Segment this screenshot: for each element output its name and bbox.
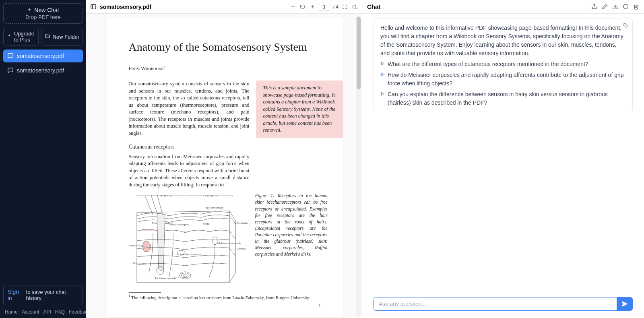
pdf-toolbar: somatosensory.pdf / 4 [86, 0, 362, 14]
suggestion-0[interactable]: What are the different types of cutaneou… [380, 60, 626, 68]
search-button[interactable] [351, 4, 358, 10]
fig-label-papillary: Papillary Ridges [204, 206, 223, 209]
fig-label-hairy: Hairy skin [160, 194, 172, 197]
fig-label-epidermis: Epidermis [237, 221, 248, 225]
svg-point-20 [213, 237, 217, 245]
svg-marker-38 [382, 62, 384, 65]
document-title: somatosensory.pdf [100, 4, 151, 10]
subtitle-text: From Wikibooks [129, 65, 163, 71]
footer-account[interactable]: Account [22, 309, 39, 315]
page-number-input[interactable] [319, 3, 330, 11]
sparkle-icon [7, 34, 12, 40]
pencil-icon[interactable] [601, 4, 608, 10]
folder-plus-icon [45, 33, 50, 40]
new-chat-button[interactable]: New Chat Drop PDF here [3, 3, 83, 24]
svg-line-26 [229, 231, 235, 239]
scrollbar-thumb[interactable] [357, 17, 361, 89]
zoom-out-button[interactable] [290, 4, 296, 10]
copy-icon[interactable] [623, 22, 628, 28]
vertical-scrollbar[interactable] [356, 15, 361, 316]
footer-links: Home Account API FAQ Feedback [3, 308, 83, 315]
printed-page-number: 1 [319, 303, 321, 309]
pdf-page: Anatomy of the Somatosensory System From… [105, 18, 343, 318]
share-icon[interactable] [591, 4, 597, 10]
fig-label-ruffini: Ruffini's corpuscle [180, 253, 201, 256]
chat-bubble-icon [7, 53, 14, 59]
new-folder-button[interactable]: New Folder [41, 28, 83, 45]
footnote: 1 The following description is based on … [129, 294, 328, 300]
upgrade-label: Upgrade to Plus [14, 31, 35, 43]
svg-line-30 [233, 249, 237, 250]
svg-point-7 [353, 5, 356, 8]
trash-icon[interactable] [633, 4, 639, 10]
pdf-viewport[interactable]: Anatomy of the Somatosensory System From… [86, 14, 362, 318]
figure-caption: Figure 1: Receptors in the human skin: M… [255, 192, 328, 287]
sidebar: New Chat Drop PDF here Upgrade to Plus N… [0, 0, 86, 318]
svg-point-23 [183, 274, 187, 277]
subtitle-sup: 1 [163, 65, 165, 69]
fit-page-button[interactable] [342, 4, 348, 10]
subtitle: From Wikibooks1 [129, 65, 328, 72]
pdf-viewer-panel: somatosensory.pdf / 4 Anatomy of the Som… [86, 0, 362, 318]
sidebar-item-chat-0[interactable]: somatosensory.pdf [3, 50, 83, 62]
play-icon [380, 72, 385, 77]
suggestion-label: How do Meissner corpuscles and rapidly a… [388, 71, 626, 88]
play-icon [380, 61, 385, 66]
fig-label-dermis: Dermis [237, 247, 246, 250]
assistant-message: Hello and welcome to this informative PD… [374, 19, 633, 112]
chat-header: Chat [362, 0, 644, 14]
welcome-text: Hello and welcome to this informative PD… [380, 24, 626, 58]
play-icon [380, 91, 385, 96]
chat-title: Chat [367, 3, 380, 10]
signin-tail: to save your chat history [26, 289, 78, 301]
svg-line-16 [145, 196, 153, 215]
svg-marker-41 [622, 301, 627, 306]
download-icon[interactable] [612, 4, 618, 10]
panel-left-icon[interactable] [90, 4, 97, 10]
page-title: Anatomy of the Somatosensory System [129, 41, 328, 54]
sidebar-item-label: somatosensory.pdf [17, 67, 64, 74]
svg-line-8 [355, 8, 357, 9]
chat-input-row [362, 293, 644, 318]
skin-figure: Hairy skin Glabrous skin Papillary Ridge… [129, 192, 250, 287]
svg-line-29 [233, 223, 237, 224]
chat-bubble-icon [7, 67, 14, 74]
send-button[interactable] [617, 297, 633, 311]
chat-input[interactable] [374, 297, 617, 311]
footer-api[interactable]: API [43, 309, 51, 315]
svg-marker-39 [382, 73, 384, 76]
page-total: / 4 [333, 4, 339, 10]
signin-box: Sign in to save your chat history [3, 285, 83, 305]
suggestion-1[interactable]: How do Meissner corpuscles and rapidly a… [380, 71, 626, 88]
fig-label-septa: Septa [203, 222, 209, 225]
svg-line-17 [151, 195, 158, 215]
fig-label-merkel: Merkel's receptor [169, 223, 189, 226]
sidebar-item-label: somatosensory.pdf [17, 53, 64, 59]
fig-label-glabrous: Glabrous skin [203, 194, 219, 197]
body-paragraph-1: Our somatosensory system consists of sen… [129, 81, 250, 138]
new-chat-label: New Chat [34, 7, 59, 13]
suggestion-label: What are the different types of cutaneou… [388, 60, 588, 68]
footer-home[interactable]: Home [5, 309, 18, 315]
new-folder-label: New Folder [53, 34, 79, 40]
skin-diagram-svg: Hairy skin Glabrous skin Papillary Ridge… [129, 192, 250, 285]
signin-link[interactable]: Sign in [8, 289, 24, 301]
svg-line-25 [229, 216, 235, 224]
sample-note: This is a sample document to showcase pa… [256, 81, 343, 138]
sidebar-item-chat-1[interactable]: somatosensory.pdf [3, 64, 83, 77]
rotate-button[interactable] [299, 4, 306, 10]
chat-panel: Chat Hello and welcome to this informati… [362, 0, 644, 318]
suggestion-2[interactable]: Can you explain the difference between s… [380, 90, 626, 107]
fig-label-meissner: Meissner's corpuscle [217, 242, 241, 245]
section-heading: Cutaneous receptors [129, 144, 328, 150]
svg-marker-40 [382, 92, 384, 95]
footnote-text: The following description is based on le… [131, 295, 310, 300]
footer-faq[interactable]: FAQ [55, 309, 65, 315]
drop-hint: Drop PDF here [7, 14, 79, 20]
plus-icon [27, 7, 32, 13]
upgrade-button[interactable]: Upgrade to Plus [3, 28, 39, 45]
refresh-icon[interactable] [622, 4, 629, 10]
footnote-sup: 1 [129, 294, 130, 298]
chat-body: Hello and welcome to this informative PD… [362, 14, 644, 293]
zoom-in-button[interactable] [309, 4, 316, 10]
